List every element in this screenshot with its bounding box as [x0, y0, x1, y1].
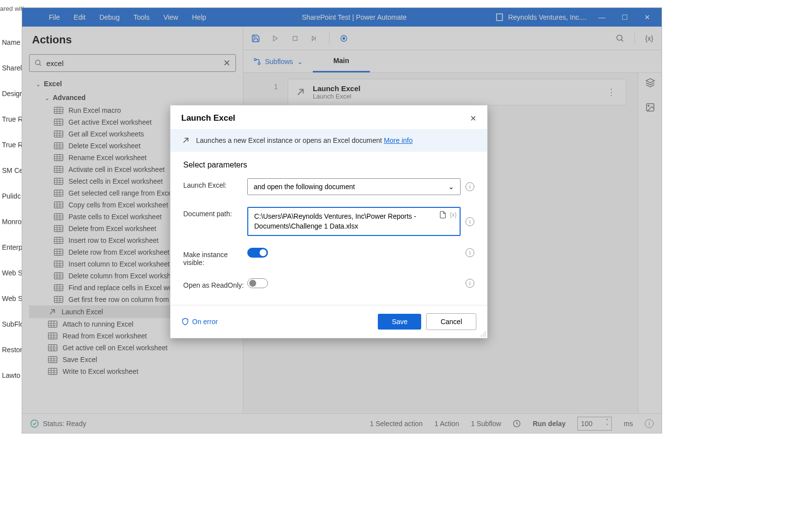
bg-label: Desigr — [0, 81, 22, 106]
info-icon[interactable]: i — [466, 248, 474, 257]
svg-point-137 — [485, 333, 486, 334]
banner-text: Launches a new Excel instance or opens a… — [196, 136, 382, 144]
path-label: Document path: — [183, 207, 247, 218]
dialog-title: Launch Excel — [181, 113, 235, 123]
bg-label: Web S — [0, 286, 22, 311]
dialog-banner: Launches a new Excel instance or opens a… — [170, 129, 487, 152]
launch-mode-select[interactable]: and open the following document ⌄ — [247, 178, 461, 195]
resize-grip-icon[interactable] — [480, 331, 486, 337]
launch-arrow-icon — [181, 136, 190, 145]
bg-label: Lawto — [0, 363, 22, 388]
section-title: Select parameters — [183, 161, 474, 169]
readonly-toggle[interactable] — [247, 278, 268, 288]
svg-point-138 — [481, 335, 482, 336]
cancel-button[interactable]: Cancel — [426, 313, 476, 330]
svg-point-140 — [485, 335, 486, 336]
visible-toggle[interactable] — [247, 248, 268, 258]
variable-picker-icon[interactable]: {x} — [450, 211, 457, 219]
bg-label: True R — [0, 106, 22, 132]
chevron-down-icon: ⌄ — [448, 183, 454, 191]
bg-label: Sharel — [0, 55, 22, 81]
bg-label: SubFlc — [0, 311, 22, 337]
background-sidebar: Name Sharel Desigr True R True R SM Ce P… — [0, 30, 22, 388]
bg-label: True R — [0, 132, 22, 158]
shield-icon — [181, 318, 189, 326]
svg-point-136 — [483, 333, 484, 334]
close-dialog-button[interactable]: ✕ — [470, 114, 476, 123]
bg-label: Pulidc — [0, 183, 22, 209]
file-picker-icon[interactable] — [439, 211, 447, 219]
launch-label: Launch Excel: — [183, 178, 247, 189]
svg-point-139 — [483, 335, 484, 336]
bg-label: Name — [0, 30, 22, 55]
launch-excel-dialog: Launch Excel ✕ Launches a new Excel inst… — [170, 105, 488, 338]
bg-label: Restor — [0, 337, 22, 363]
save-button[interactable]: Save — [378, 314, 421, 330]
readonly-label: Open as ReadOnly: — [183, 278, 247, 289]
on-error-link[interactable]: On error — [181, 318, 218, 326]
bg-label: Monro — [0, 209, 22, 234]
bg-label: Enterp — [0, 234, 22, 260]
info-icon[interactable]: i — [466, 279, 474, 288]
info-icon[interactable]: i — [466, 182, 474, 191]
info-icon[interactable]: i — [466, 217, 474, 226]
more-info-link[interactable]: More info — [384, 136, 412, 144]
document-path-input[interactable]: C:\Users\PA\Reynolds Ventures, Inc\Power… — [247, 207, 461, 236]
bg-label: SM Ce — [0, 158, 22, 183]
bg-label: Web S — [0, 260, 22, 286]
svg-line-134 — [184, 138, 188, 143]
visible-label: Make instance visible: — [183, 248, 247, 266]
svg-point-135 — [485, 332, 486, 332]
